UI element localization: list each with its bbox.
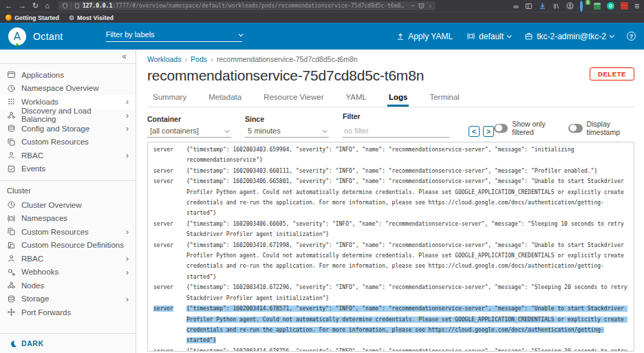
sidebar-item-label: Namespace Overview [21,84,98,92]
account-icon[interactable] [566,2,574,10]
bookmark-most-visited[interactable]: ⚙ Most Visited [69,14,114,21]
url-bar[interactable]: 127.0.0.1:7777/#/overview/namespace/defa… [58,1,436,10]
sidebar-item-label: Port Forwards [21,308,71,317]
sidebar-item-config-and-storage[interactable]: Config and Storage› [0,122,136,136]
extension-red-icon[interactable]: ··· [621,2,628,10]
moon-icon [10,340,17,347]
bookmarks-bar: Getting Started ⚙ Most Visited [0,12,644,23]
label-filter-dropdown[interactable]: Filter by labels [106,30,242,42]
pocket-icon[interactable] [418,3,425,9]
browser-nav-bar: ← → ↻ ⌂ 127.0.0.1:7777/#/overview/namesp… [0,0,644,12]
apply-yaml-label: Apply YAML [408,32,453,41]
apply-yaml-button[interactable]: Apply YAML [396,32,453,41]
tab-resource-viewer[interactable]: Resource Viewer [262,90,325,107]
cluster-overview-icon [7,200,16,209]
container-select[interactable]: [all containers] [147,127,231,138]
sidebar-item-custom-resources[interactable]: Custom Resources [0,136,136,149]
log-row[interactable]: server{"timestamp": 1602003406.665801, "… [153,176,628,219]
events-icon [7,164,16,173]
sidebar-item-applications[interactable]: Applications [0,68,136,82]
delete-button[interactable]: DELETE [590,67,634,81]
previous-match-button[interactable]: < [469,126,480,137]
toggle-group: Show only filteredDisplay timestamp [494,120,634,138]
tab-logs[interactable]: Logs [387,90,409,107]
log-row[interactable]: server{"timestamp": 1602003410.671998, "… [153,240,628,283]
log-stream-prefix: server [153,166,173,176]
sidebar-panel-icon[interactable] [525,3,533,10]
chevron-right-icon: › [126,151,129,160]
help-icon[interactable]: ? [627,32,636,41]
tab-yaml[interactable]: YAML [345,90,368,107]
toggle-label: Show only filtered [512,120,558,136]
log-output[interactable]: server{"timestamp": 1602003403.659904, "… [147,142,634,352]
sidebar-item-custom-resource-definitions[interactable]: Custom Resource Definitions [0,239,136,253]
next-match-button[interactable]: > [483,126,494,137]
sidebar-item-label: Applications [21,71,64,79]
library-icon[interactable] [552,3,560,10]
sidebar-item-label: Cluster Overview [21,201,82,209]
sidebar-item-storage[interactable]: Storage› [0,292,136,306]
custom-resources-icon [7,138,16,147]
since-select[interactable]: 5 minutes [245,127,329,138]
back-icon[interactable]: ← [5,2,12,10]
namespace-selector[interactable]: default [466,32,511,41]
chevron-right-icon: › [126,124,129,133]
tab-summary[interactable]: Summary [151,90,188,107]
filter-input[interactable] [343,127,449,138]
breadcrumb-workloads[interactable]: Workloads [147,55,181,63]
sidebar-item-nodes[interactable]: Nodes [0,279,136,292]
extension-blue-icon[interactable]: 1 [580,2,588,10]
sidebar-item-rbac[interactable]: RBAC› [0,149,136,162]
tab-terminal[interactable]: Terminal [428,90,460,107]
context-selector[interactable]: tkc-2-admin@tkc-2 [524,32,613,41]
log-row[interactable]: server{"timestamp": 1602003414.678756, "… [153,346,628,352]
forward-icon[interactable]: → [19,2,26,10]
sidebar-item-events[interactable]: Events [0,162,136,176]
bookmark-label: Getting Started [14,14,59,21]
grammarly-icon[interactable]: G [607,2,614,10]
bookmark-star-icon[interactable]: ☆ [429,3,432,9]
breadcrumb-pods[interactable]: Pods [191,55,207,63]
tab-bar: SummaryMetadataResource ViewerYAMLLogsTe… [147,90,634,107]
breadcrumb-current: recommendationservice-75d7cd8d5c-t6m8n [217,55,358,63]
page-actions-icon[interactable]: ⋯ [411,3,414,9]
toggle-show-only-filtered[interactable]: Show only filtered [494,120,558,136]
menu-icon[interactable]: ≡ [634,1,639,11]
app-title: Octant [33,31,63,42]
infinity-extension-icon[interactable]: ∞ [513,2,519,10]
dark-mode-toggle[interactable]: DARK [0,333,136,353]
custom-resources-icon [7,227,16,236]
tab-metadata[interactable]: Metadata [207,90,243,107]
download-icon[interactable] [539,2,546,10]
namespace-icon [466,32,475,41]
octant-logo[interactable] [8,28,26,45]
sidebar-item-port-forwards[interactable]: Port Forwards [0,306,136,319]
home-icon[interactable]: ⌂ [45,2,50,10]
log-row[interactable]: server{"timestamp": 1602003403.660111, "… [153,166,628,176]
sidebar-item-label: Custom Resource Definitions [21,241,124,249]
log-row[interactable]: server{"timestamp": 1602003403.659904, "… [153,145,628,166]
log-row[interactable]: server{"timestamp": 1602003414.678571, "… [153,303,628,346]
webhooks-icon [7,268,16,277]
sidebar-item-webhooks[interactable]: Webhooks› [0,266,136,279]
extension-green-icon[interactable] [594,3,601,10]
sidebar-item-cluster-overview[interactable]: Cluster Overview [0,198,136,212]
sidebar-item-custom-resources[interactable]: Custom Resources› [0,225,136,239]
log-row[interactable]: server{"timestamp": 1602003410.672296, "… [153,282,628,303]
main-content: Workloads › Pods › recommendationservice… [136,50,644,353]
page-info-icon[interactable] [74,3,80,9]
bookmark-getting-started[interactable]: Getting Started [6,14,59,21]
toggle-display-timestamp[interactable]: Display timestamp [568,120,634,136]
context-value: tkc-2-admin@tkc-2 [537,32,606,41]
sidebar-item-discovery-and-load-balancing[interactable]: Discovery and Load Balancing› [0,109,136,122]
log-message: {"timestamp": 1602003406.66605, "severit… [186,221,627,237]
log-stream-prefix: server [153,176,173,186]
sidebar-item-namespace-overview[interactable]: Namespace Overview [0,82,136,96]
log-row[interactable]: server{"timestamp": 1602003406.66605, "s… [153,219,628,240]
sidebar-item-rbac[interactable]: RBAC› [0,252,136,266]
reload-icon[interactable]: ↻ [32,2,39,10]
collapse-sidebar-icon[interactable]: « [122,52,127,61]
chevron-down-icon [610,33,614,38]
sidebar-item-namespaces[interactable]: Namespaces [0,212,136,226]
shield-permissions-icon[interactable] [62,3,68,9]
